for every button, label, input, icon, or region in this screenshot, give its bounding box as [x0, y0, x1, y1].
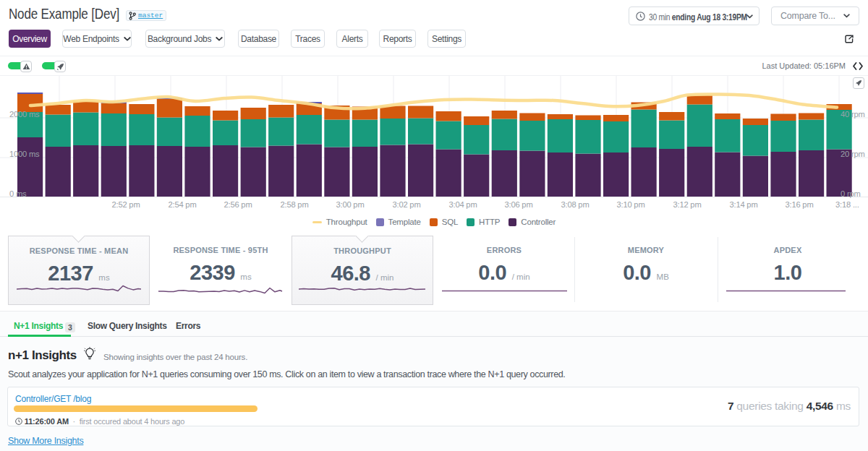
- svg-text:3:08 pm: 3:08 pm: [561, 200, 589, 209]
- svg-text:3:12 pm: 3:12 pm: [673, 200, 701, 209]
- svg-text:2:56 pm: 2:56 pm: [224, 200, 252, 209]
- svg-text:3:14 pm: 3:14 pm: [729, 200, 757, 209]
- svg-text:2000 ms: 2000 ms: [9, 110, 40, 119]
- svg-text:2:58 pm: 2:58 pm: [280, 200, 308, 209]
- svg-text:1000 ms: 1000 ms: [9, 150, 40, 158]
- svg-text:2:52 pm: 2:52 pm: [111, 200, 140, 209]
- svg-text:3:04 pm: 3:04 pm: [448, 200, 477, 209]
- svg-text:3:00 pm: 3:00 pm: [336, 200, 364, 209]
- svg-text:3:06 pm: 3:06 pm: [504, 200, 532, 209]
- svg-text:3:18 ...: 3:18 ...: [835, 200, 859, 209]
- svg-text:20 rpm: 20 rpm: [841, 150, 865, 158]
- svg-text:40 rpm: 40 rpm: [841, 110, 865, 119]
- svg-text:0 rpm: 0 rpm: [841, 189, 861, 198]
- svg-text:2:54 pm: 2:54 pm: [168, 200, 196, 209]
- svg-text:0 ms: 0 ms: [9, 189, 27, 198]
- svg-text:3:16 pm: 3:16 pm: [785, 200, 813, 209]
- svg-text:3:10 pm: 3:10 pm: [616, 200, 644, 209]
- svg-text:3:02 pm: 3:02 pm: [392, 200, 420, 209]
